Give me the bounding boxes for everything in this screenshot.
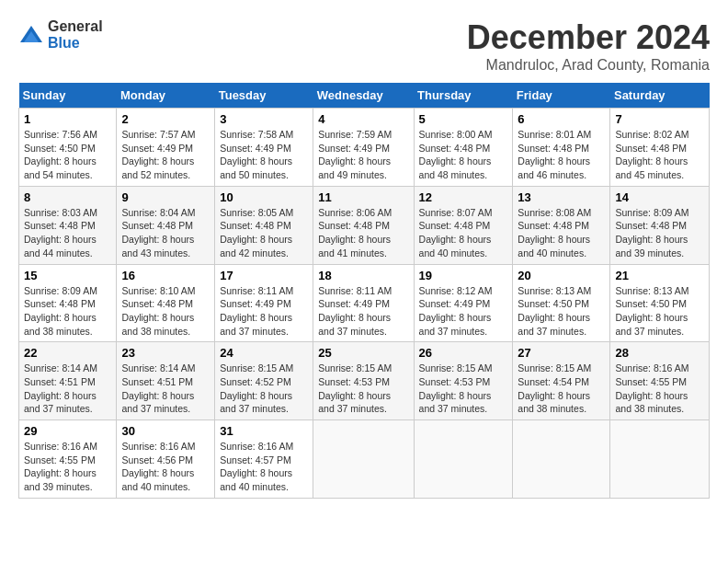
day-number: 1 [24, 112, 111, 126]
day-number: 27 [518, 346, 605, 360]
day-number: 25 [318, 346, 408, 360]
day-cell: 15Sunrise: 8:09 AMSunset: 4:48 PMDayligh… [19, 264, 117, 342]
day-info: Sunrise: 8:11 AMSunset: 4:49 PMDaylight:… [318, 284, 408, 339]
logo-icon [18, 22, 44, 48]
header-row: Sunday Monday Tuesday Wednesday Thursday… [19, 83, 710, 109]
calendar-subtitle: Mandruloc, Arad County, Romania [467, 57, 710, 74]
day-info: Sunrise: 8:14 AMSunset: 4:51 PMDaylight:… [24, 362, 111, 416]
calendar-table: Sunday Monday Tuesday Wednesday Thursday… [18, 83, 710, 499]
day-info: Sunrise: 8:15 AMSunset: 4:53 PMDaylight:… [419, 362, 508, 416]
day-cell [610, 420, 710, 499]
day-number: 23 [121, 346, 210, 360]
day-cell: 28Sunrise: 8:16 AMSunset: 4:55 PMDayligh… [610, 342, 710, 420]
day-info: Sunrise: 8:05 AMSunset: 4:48 PMDaylight:… [220, 206, 308, 260]
day-number: 8 [24, 190, 111, 204]
day-number: 31 [220, 424, 308, 438]
day-cell: 11Sunrise: 8:06 AMSunset: 4:48 PMDayligh… [313, 186, 414, 264]
day-info: Sunrise: 8:16 AMSunset: 4:57 PMDaylight:… [220, 440, 308, 494]
day-number: 4 [318, 112, 408, 126]
day-number: 18 [318, 269, 408, 282]
day-cell: 7Sunrise: 8:02 AMSunset: 4:48 PMDaylight… [610, 109, 710, 187]
col-wednesday: Wednesday [313, 83, 414, 109]
day-cell: 29Sunrise: 8:16 AMSunset: 4:55 PMDayligh… [19, 420, 117, 499]
day-cell: 16Sunrise: 8:10 AMSunset: 4:48 PMDayligh… [117, 264, 215, 342]
day-info: Sunrise: 7:56 AMSunset: 4:50 PMDaylight:… [24, 128, 111, 182]
logo-blue-label: Blue [48, 35, 103, 52]
day-info: Sunrise: 7:58 AMSunset: 4:49 PMDaylight:… [220, 128, 308, 182]
day-info: Sunrise: 8:07 AMSunset: 4:48 PMDaylight:… [419, 206, 508, 260]
day-info: Sunrise: 8:11 AMSunset: 4:49 PMDaylight:… [220, 284, 308, 339]
col-sunday: Sunday [19, 83, 117, 109]
day-cell: 1Sunrise: 7:56 AMSunset: 4:50 PMDaylight… [19, 109, 117, 187]
day-info: Sunrise: 8:04 AMSunset: 4:48 PMDaylight:… [121, 206, 210, 260]
day-info: Sunrise: 8:01 AMSunset: 4:48 PMDaylight:… [518, 128, 605, 182]
logo: General Blue [18, 18, 103, 51]
day-number: 17 [220, 269, 308, 282]
day-cell: 22Sunrise: 8:14 AMSunset: 4:51 PMDayligh… [19, 342, 117, 420]
day-cell: 25Sunrise: 8:15 AMSunset: 4:53 PMDayligh… [313, 342, 414, 420]
day-cell: 23Sunrise: 8:14 AMSunset: 4:51 PMDayligh… [117, 342, 215, 420]
day-cell: 21Sunrise: 8:13 AMSunset: 4:50 PMDayligh… [610, 264, 710, 342]
col-thursday: Thursday [414, 83, 513, 109]
week-row-4: 22Sunrise: 8:14 AMSunset: 4:51 PMDayligh… [19, 342, 710, 420]
day-cell: 10Sunrise: 8:05 AMSunset: 4:48 PMDayligh… [215, 186, 313, 264]
logo-general-label: General [48, 18, 103, 35]
header: General Blue December 2024 Mandruloc, Ar… [18, 18, 710, 74]
day-number: 26 [419, 346, 508, 360]
day-number: 7 [615, 112, 704, 126]
day-info: Sunrise: 7:59 AMSunset: 4:49 PMDaylight:… [318, 128, 408, 182]
day-cell: 18Sunrise: 8:11 AMSunset: 4:49 PMDayligh… [313, 264, 414, 342]
day-info: Sunrise: 8:16 AMSunset: 4:55 PMDaylight:… [24, 440, 111, 494]
day-cell: 20Sunrise: 8:13 AMSunset: 4:50 PMDayligh… [513, 264, 610, 342]
day-cell [513, 420, 610, 499]
day-info: Sunrise: 8:12 AMSunset: 4:49 PMDaylight:… [419, 284, 508, 339]
day-info: Sunrise: 8:03 AMSunset: 4:48 PMDaylight:… [24, 206, 111, 260]
week-row-3: 15Sunrise: 8:09 AMSunset: 4:48 PMDayligh… [19, 264, 710, 342]
day-cell [414, 420, 513, 499]
col-friday: Friday [513, 83, 610, 109]
day-info: Sunrise: 8:06 AMSunset: 4:48 PMDaylight:… [318, 206, 408, 260]
day-cell: 24Sunrise: 8:15 AMSunset: 4:52 PMDayligh… [215, 342, 313, 420]
day-info: Sunrise: 8:15 AMSunset: 4:54 PMDaylight:… [518, 362, 605, 416]
day-info: Sunrise: 8:08 AMSunset: 4:48 PMDaylight:… [518, 206, 605, 260]
day-number: 9 [121, 190, 210, 204]
day-number: 29 [24, 424, 111, 438]
day-cell: 3Sunrise: 7:58 AMSunset: 4:49 PMDaylight… [215, 109, 313, 187]
week-row-5: 29Sunrise: 8:16 AMSunset: 4:55 PMDayligh… [19, 420, 710, 499]
day-cell: 14Sunrise: 8:09 AMSunset: 4:48 PMDayligh… [610, 186, 710, 264]
day-number: 11 [318, 190, 408, 204]
day-cell: 4Sunrise: 7:59 AMSunset: 4:49 PMDaylight… [313, 109, 414, 187]
day-number: 12 [419, 190, 508, 204]
col-tuesday: Tuesday [215, 83, 313, 109]
day-info: Sunrise: 8:10 AMSunset: 4:48 PMDaylight:… [121, 284, 210, 339]
day-number: 19 [419, 269, 508, 282]
day-info: Sunrise: 8:00 AMSunset: 4:48 PMDaylight:… [419, 128, 508, 182]
day-cell: 26Sunrise: 8:15 AMSunset: 4:53 PMDayligh… [414, 342, 513, 420]
col-saturday: Saturday [610, 83, 710, 109]
day-info: Sunrise: 8:02 AMSunset: 4:48 PMDaylight:… [615, 128, 704, 182]
day-cell: 2Sunrise: 7:57 AMSunset: 4:49 PMDaylight… [117, 109, 215, 187]
calendar-title: December 2024 [467, 18, 710, 57]
day-cell: 8Sunrise: 8:03 AMSunset: 4:48 PMDaylight… [19, 186, 117, 264]
day-cell [313, 420, 414, 499]
day-info: Sunrise: 7:57 AMSunset: 4:49 PMDaylight:… [121, 128, 210, 182]
day-number: 15 [24, 269, 111, 282]
day-info: Sunrise: 8:09 AMSunset: 4:48 PMDaylight:… [24, 284, 111, 339]
day-cell: 5Sunrise: 8:00 AMSunset: 4:48 PMDaylight… [414, 109, 513, 187]
day-info: Sunrise: 8:16 AMSunset: 4:55 PMDaylight:… [615, 362, 704, 416]
day-number: 6 [518, 112, 605, 126]
day-cell: 17Sunrise: 8:11 AMSunset: 4:49 PMDayligh… [215, 264, 313, 342]
day-cell: 9Sunrise: 8:04 AMSunset: 4:48 PMDaylight… [117, 186, 215, 264]
day-info: Sunrise: 8:15 AMSunset: 4:53 PMDaylight:… [318, 362, 408, 416]
day-cell: 31Sunrise: 8:16 AMSunset: 4:57 PMDayligh… [215, 420, 313, 499]
week-row-2: 8Sunrise: 8:03 AMSunset: 4:48 PMDaylight… [19, 186, 710, 264]
day-number: 20 [518, 269, 605, 282]
day-cell: 12Sunrise: 8:07 AMSunset: 4:48 PMDayligh… [414, 186, 513, 264]
day-info: Sunrise: 8:15 AMSunset: 4:52 PMDaylight:… [220, 362, 308, 416]
calendar-header: Sunday Monday Tuesday Wednesday Thursday… [19, 83, 710, 109]
day-number: 5 [419, 112, 508, 126]
day-number: 3 [220, 112, 308, 126]
day-number: 28 [615, 346, 704, 360]
day-info: Sunrise: 8:13 AMSunset: 4:50 PMDaylight:… [518, 284, 605, 339]
day-number: 30 [121, 424, 210, 438]
